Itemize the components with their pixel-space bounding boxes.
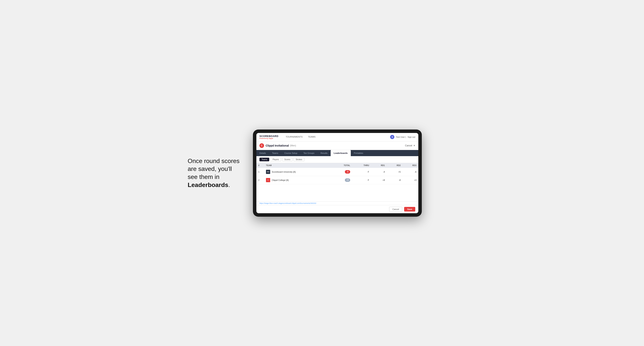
- cancel-label: Cancel: [405, 144, 412, 147]
- table-row: 2 C Clippd College [A] +3 F: [256, 176, 418, 184]
- team-name-label-2: Clippd College [A]: [272, 179, 288, 181]
- tablet-frame: SCOREBOARD Powered by clippd TOURNAMENTS…: [253, 130, 422, 217]
- col-team: TEAM: [264, 163, 332, 168]
- sidebar-text-punctuation: .: [228, 181, 230, 188]
- rd3-1: -6: [402, 168, 418, 176]
- rank-1: 1: [256, 168, 264, 176]
- table-row: 1 SU Scoreboard University [A] -5 F: [256, 168, 418, 176]
- filter-scores[interactable]: Scores: [282, 158, 292, 161]
- total-1: -5: [332, 168, 352, 176]
- tab-results[interactable]: Results: [318, 150, 331, 156]
- team-name-2: C Clippd College [A]: [264, 176, 332, 184]
- tournament-header: C Clippd Invitational (Men) Cancel ✕: [256, 141, 418, 150]
- team-cell-2: C Clippd College [A]: [266, 178, 330, 182]
- nav-tournaments[interactable]: TOURNAMENTS: [283, 133, 305, 141]
- brand-logo: SCOREBOARD Powered by clippd: [260, 135, 278, 139]
- footer: Cancel Save: [256, 205, 418, 213]
- navbar-right: S Test User | Sign out: [390, 135, 415, 139]
- rd2-2: -8: [387, 176, 402, 184]
- tab-navigation: Details Teams Course Setup Tee Groups Re…: [256, 150, 418, 156]
- table-header-row: # TEAM TOTAL THRU RD1 RD2 RD3: [256, 163, 418, 168]
- cancel-button[interactable]: Cancel: [389, 207, 402, 212]
- thru-1: F: [352, 168, 371, 176]
- navbar-links: TOURNAMENTS TEAMS: [283, 133, 318, 141]
- save-button[interactable]: Save: [404, 207, 415, 211]
- tab-details[interactable]: Details: [256, 150, 269, 156]
- rd1-1: -4: [371, 168, 387, 176]
- col-rank: #: [256, 163, 264, 168]
- team-name-label-1: Scoreboard University [A]: [272, 171, 296, 173]
- leaderboard-table: # TEAM TOTAL THRU RD1 RD2 RD3 1: [256, 163, 418, 184]
- filter-players[interactable]: Players: [270, 158, 281, 161]
- rd3-2: +3: [402, 176, 418, 184]
- col-rd2: RD2: [387, 163, 402, 168]
- sub-filter-bar: Teams Players Scores Strokes: [256, 156, 418, 163]
- tab-teams[interactable]: Teams: [269, 150, 281, 156]
- sign-out-link[interactable]: Sign out: [408, 136, 415, 138]
- brand-powered: Powered by clippd: [260, 138, 278, 139]
- team-name-1: SU Scoreboard University [A]: [264, 168, 332, 176]
- tournament-subtitle: (Men): [290, 144, 296, 147]
- col-thru: THRU: [352, 163, 371, 168]
- nav-teams[interactable]: TEAMS: [305, 133, 318, 141]
- team-logo-2: C: [266, 178, 270, 182]
- filter-strokes[interactable]: Strokes: [294, 158, 304, 161]
- navbar: SCOREBOARD Powered by clippd TOURNAMENTS…: [256, 133, 418, 141]
- thru-2: F: [352, 176, 371, 184]
- col-rd1: RD1: [371, 163, 387, 168]
- user-label: Test User |: [396, 136, 406, 138]
- col-total: TOTAL: [332, 163, 352, 168]
- team-cell-1: SU Scoreboard University [A]: [266, 170, 330, 174]
- tournament-title: Clippd Invitational: [266, 144, 289, 147]
- sidebar-text-line1: Once round scores are saved, you'll see …: [188, 158, 240, 180]
- tab-printables[interactable]: Printables: [351, 150, 366, 156]
- url-bar: https://stage-blue-coach.stagescoreboard…: [256, 201, 418, 205]
- rd1-2: +8: [371, 176, 387, 184]
- tablet-screen: SCOREBOARD Powered by clippd TOURNAMENTS…: [256, 133, 418, 213]
- user-avatar: S: [390, 135, 394, 139]
- tab-course-setup[interactable]: Course Setup: [281, 150, 300, 156]
- total-badge-2: +3: [345, 178, 350, 182]
- tab-tee-groups[interactable]: Tee Groups: [300, 150, 318, 156]
- brand-clippd: clippd: [268, 138, 273, 139]
- rank-2: 2: [256, 176, 264, 184]
- brand-name: SCOREBOARD: [260, 135, 278, 138]
- total-2: +3: [332, 176, 352, 184]
- tournament-icon: C: [260, 143, 264, 148]
- total-badge-1: -5: [345, 170, 350, 173]
- sidebar-text-bold: Leaderboards: [188, 181, 228, 188]
- filter-teams[interactable]: Teams: [260, 158, 269, 161]
- sidebar-description: Once round scores are saved, you'll see …: [188, 157, 242, 189]
- rd2-1: +5: [387, 168, 402, 176]
- close-icon[interactable]: ✕: [413, 144, 415, 147]
- cancel-x-button[interactable]: Cancel ✕: [405, 144, 415, 147]
- team-logo-1: SU: [266, 170, 270, 174]
- leaderboard-content: # TEAM TOTAL THRU RD1 RD2 RD3 1: [256, 163, 418, 201]
- col-rd3: RD3: [402, 163, 418, 168]
- tab-leaderboards[interactable]: Leaderboards: [331, 150, 351, 156]
